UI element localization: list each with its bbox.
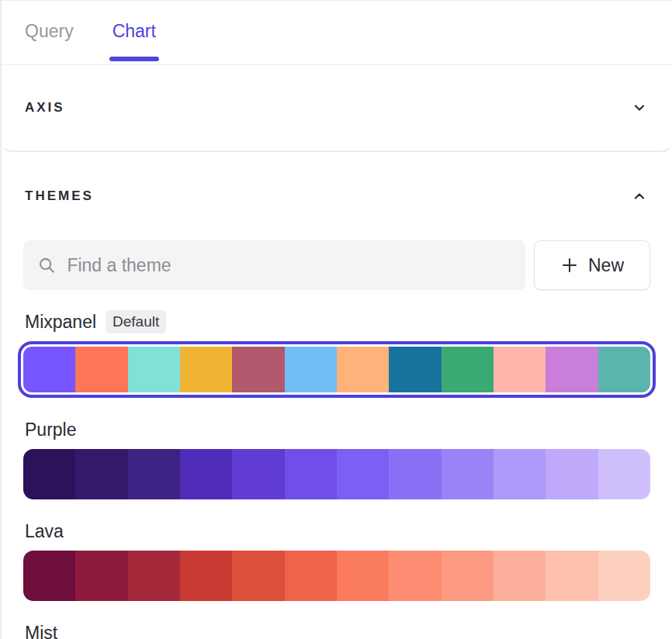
theme-label-row: Mist (23, 621, 650, 639)
color-swatch (285, 347, 337, 392)
color-swatch (442, 449, 494, 499)
chevron-down-icon[interactable] (632, 100, 647, 116)
theme-swatch-strip (23, 551, 650, 601)
themes-section-header[interactable]: THEMES (2, 188, 672, 205)
color-swatch (598, 449, 650, 499)
theme-name: Purple (25, 420, 76, 440)
plus-icon (560, 256, 579, 275)
theme-default-badge: Default (106, 310, 166, 333)
color-swatch (75, 347, 127, 392)
new-theme-button[interactable]: New (534, 240, 650, 290)
color-swatch (285, 449, 337, 499)
color-swatch (442, 347, 494, 392)
theme-item: Lava (23, 520, 650, 601)
theme-name: Mixpanel (25, 312, 96, 333)
color-swatch (128, 347, 180, 392)
color-swatch (23, 347, 75, 392)
color-swatch (389, 449, 441, 499)
themes-section-title: THEMES (25, 188, 94, 204)
theme-name: Mist (25, 623, 57, 639)
color-swatch (598, 347, 650, 392)
color-swatch (232, 551, 284, 601)
color-swatch (128, 449, 180, 499)
theme-search-input[interactable] (67, 255, 511, 276)
tab-chart-label: Chart (113, 21, 156, 41)
color-swatch (23, 449, 75, 499)
new-theme-button-label: New (588, 255, 624, 276)
tab-query-label: Query (25, 21, 74, 41)
tab-chart[interactable]: Chart (113, 21, 156, 65)
axis-section-header[interactable]: AXIS (2, 65, 672, 152)
color-swatch (285, 551, 337, 601)
theme-item: Purple (23, 418, 650, 499)
color-swatch (546, 551, 598, 601)
themes-body: New Mixpanel Default Purple Lava M (2, 240, 672, 639)
color-swatch (180, 551, 232, 601)
color-swatch (23, 551, 75, 601)
color-swatch (494, 449, 546, 499)
theme-list: Mixpanel Default Purple Lava Mist (23, 310, 650, 639)
theme-item: Mixpanel Default (23, 310, 650, 398)
color-swatch (337, 347, 389, 392)
color-swatch (598, 551, 650, 601)
color-swatch (128, 551, 180, 601)
theme-label-row: Purple (23, 418, 650, 441)
theme-swatch-row[interactable] (18, 341, 656, 398)
color-swatch (546, 449, 598, 499)
search-icon (37, 255, 56, 275)
color-swatch (337, 449, 389, 499)
color-swatch (75, 449, 127, 499)
theme-swatch-row[interactable] (23, 449, 650, 499)
axis-section-title: AXIS (25, 100, 65, 116)
theme-name: Lava (25, 521, 64, 542)
color-swatch (75, 551, 127, 601)
color-swatch (337, 551, 389, 601)
theme-item: Mist (23, 621, 650, 639)
color-swatch (389, 347, 441, 392)
color-swatch (180, 347, 232, 392)
active-tab-underline (109, 57, 159, 61)
tabbar: Query Chart (2, 1, 672, 65)
color-swatch (494, 347, 546, 392)
theme-search-row: New (23, 240, 650, 290)
color-swatch (180, 449, 232, 499)
chevron-up-icon[interactable] (632, 188, 647, 204)
color-swatch (442, 551, 494, 601)
theme-search-box[interactable] (23, 240, 525, 290)
theme-swatch-strip (23, 347, 650, 392)
color-swatch (494, 551, 546, 601)
color-swatch (546, 347, 598, 392)
color-swatch (389, 551, 441, 601)
theme-label-row: Mixpanel Default (23, 310, 650, 333)
theme-swatch-row[interactable] (23, 551, 650, 601)
color-swatch (232, 347, 284, 392)
theme-swatch-strip (23, 449, 650, 499)
color-swatch (232, 449, 284, 499)
theme-label-row: Lava (23, 520, 650, 543)
tab-query[interactable]: Query (25, 21, 74, 65)
